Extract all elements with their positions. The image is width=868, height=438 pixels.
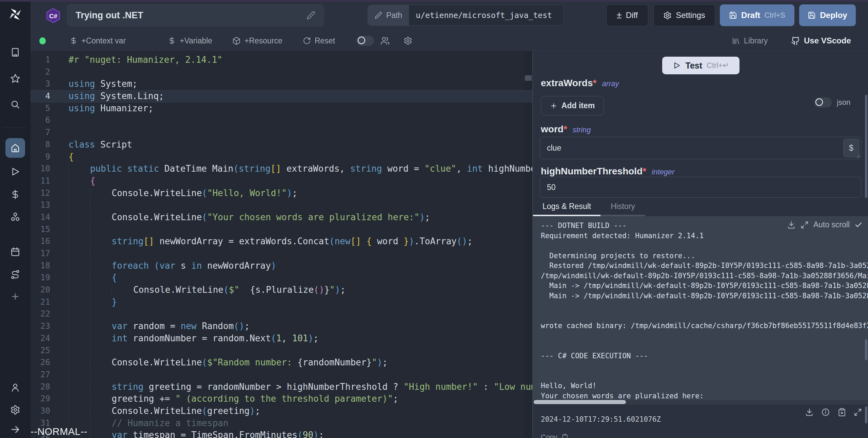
form-scrollbar-thumb[interactable]	[865, 95, 867, 203]
code-line: 24 int randomNumber = random.Next(1, 101…	[31, 332, 532, 345]
dollar-icon	[70, 37, 78, 45]
add-context-var-button[interactable]: +Context var	[70, 31, 126, 50]
sidebar-divider	[3, 128, 27, 128]
sidebar-item-add[interactable]	[11, 292, 20, 301]
info-icon[interactable]	[821, 408, 830, 417]
field-extrawords-label: extraWords* array	[541, 78, 619, 89]
variable-picker-button[interactable]: $	[843, 139, 859, 157]
code-line: 31 // Humanize a timespan	[31, 417, 532, 430]
diff-mode-toggle[interactable]	[356, 36, 374, 46]
diff-button[interactable]: ± Diff	[606, 4, 648, 26]
deploy-button[interactable]: Deploy	[799, 4, 856, 26]
test-shortcut: Ctrl+↵	[707, 61, 729, 70]
download-result-icon[interactable]	[805, 408, 814, 417]
copy-result-clipboard-icon[interactable]	[837, 408, 846, 417]
code-editor[interactable]: 1#r "nuget: Humanizer, 2.14.1"23using Sy…	[31, 51, 532, 438]
sidebar-item-home[interactable]	[5, 138, 25, 158]
gear-icon	[663, 11, 672, 20]
tab-history[interactable]: History	[600, 198, 645, 216]
copy-result-button[interactable]: Copy	[541, 433, 568, 438]
sidebar-item-account[interactable]	[10, 382, 20, 393]
expand-result-icon[interactable]	[854, 408, 862, 416]
threshold-input-wrap	[540, 177, 861, 198]
field-type: integer	[652, 168, 674, 176]
library-button[interactable]: Library	[732, 31, 768, 50]
editor-settings-gear-icon[interactable]	[403, 31, 412, 50]
field-word-label: word* string	[541, 124, 591, 135]
path-editor[interactable]: Path u/etienne/microsoft_java_test	[368, 5, 564, 26]
code-line: 14 Console.WriteLine("Your chosen words …	[31, 211, 532, 224]
svg-text:C#: C#	[49, 13, 57, 20]
draft-button[interactable]: Draft Ctrl+S	[720, 4, 794, 26]
json-label: json	[837, 98, 850, 107]
add-variable-button[interactable]: +Variable	[168, 31, 212, 50]
use-vscode-button[interactable]: Use VScode	[791, 31, 851, 50]
settings-button[interactable]: Settings	[653, 4, 715, 26]
clipboard-icon	[561, 434, 568, 438]
sidebar	[0, 0, 31, 438]
favorites-star-icon[interactable]	[10, 73, 20, 83]
add-item-button[interactable]: Add item	[541, 96, 604, 115]
code-line: 4using System.Linq;	[31, 90, 532, 102]
plus-icon	[550, 102, 557, 110]
result-timestamp: 2024-12-10T17:29:51.6021076Z	[541, 415, 661, 423]
expand-logs-icon[interactable]	[801, 221, 809, 229]
sidebar-item-settings[interactable]	[10, 405, 20, 415]
log-horizontal-scrollbar-thumb[interactable]	[534, 400, 626, 404]
window-top-strip	[0, 0, 868, 2]
save-icon	[808, 11, 816, 19]
status-dot	[39, 37, 46, 44]
log-horizontal-scrollbar[interactable]	[533, 400, 868, 404]
code-line: 13	[31, 199, 532, 211]
test-button[interactable]: Test Ctrl+↵	[662, 57, 739, 74]
path-value: u/etienne/microsoft_java_test	[416, 11, 552, 20]
json-toggle-row: json	[814, 97, 850, 108]
result-scrollbar-thumb[interactable]	[865, 406, 867, 423]
code-line: 16 string[] newWordArray = extraWords.Co…	[31, 235, 532, 248]
code-line: 25	[31, 345, 532, 357]
sidebar-item-schedules[interactable]	[10, 247, 20, 257]
save-icon	[729, 11, 737, 19]
auto-scroll-checkbox[interactable]	[854, 221, 863, 229]
workspace-icon[interactable]	[10, 47, 20, 57]
edit-path-pencil-icon	[375, 12, 382, 19]
sidebar-item-runs[interactable]	[10, 167, 20, 177]
windmill-logo-icon[interactable]	[8, 7, 22, 21]
json-toggle[interactable]	[814, 97, 832, 108]
sidebar-item-flows-route[interactable]	[10, 269, 20, 280]
code-line: 18 foreach (var s in newWordArray)	[31, 260, 532, 272]
log-scrollbar-thumb[interactable]	[865, 339, 867, 360]
log-content: --- DOTNET BUILD ---Requirement detected…	[533, 216, 868, 400]
result-controls	[805, 408, 862, 417]
code-lines: 1#r "nuget: Humanizer, 2.14.1"23using Sy…	[31, 51, 532, 438]
code-line: 11 {	[31, 175, 532, 187]
reset-button[interactable]: Reset	[303, 31, 335, 50]
script-title-input[interactable]: Trying out .NET	[67, 4, 324, 26]
collaborators-icon[interactable]	[380, 31, 390, 50]
edit-title-pencil-icon[interactable]	[307, 11, 315, 20]
field-threshold-label: highNumberThreshold* integer	[541, 166, 674, 177]
code-line: 8class Script	[31, 139, 532, 151]
sidebar-item-variables[interactable]	[10, 189, 20, 199]
add-resource-button[interactable]: +Resource	[232, 31, 282, 50]
log-pane: --- DOTNET BUILD ---Requirement detected…	[533, 216, 868, 400]
code-line: 19 {	[31, 272, 532, 284]
word-input[interactable]	[540, 137, 861, 159]
search-icon[interactable]	[10, 99, 20, 110]
threshold-input[interactable]	[540, 177, 861, 197]
path-chip[interactable]: Path	[368, 5, 409, 25]
path-label: Path	[386, 11, 402, 20]
code-line: 20 Console.WriteLine($" {s.Pluralize()}"…	[31, 284, 532, 296]
sidebar-item-resources[interactable]	[10, 212, 21, 223]
sidebar-collapse-arrow-icon[interactable]	[10, 424, 20, 435]
editor-toolbar: +Context var +Variable +Resource Reset L…	[31, 31, 868, 51]
code-line: 3using System;	[31, 78, 532, 90]
download-logs-icon[interactable]	[787, 221, 796, 229]
code-line: 23 var random = new Random();	[31, 320, 532, 332]
reset-rotate-icon	[303, 37, 311, 45]
run-panel: Test Ctrl+↵ extraWords* array Add item j…	[533, 51, 868, 438]
code-line: 30 Console.WriteLine(greeting);	[31, 405, 532, 417]
tab-logs-result[interactable]: Logs & Result	[533, 198, 600, 216]
code-line: 17	[31, 248, 532, 260]
code-line: 28 string greeting = randomNumber > high…	[31, 381, 532, 393]
